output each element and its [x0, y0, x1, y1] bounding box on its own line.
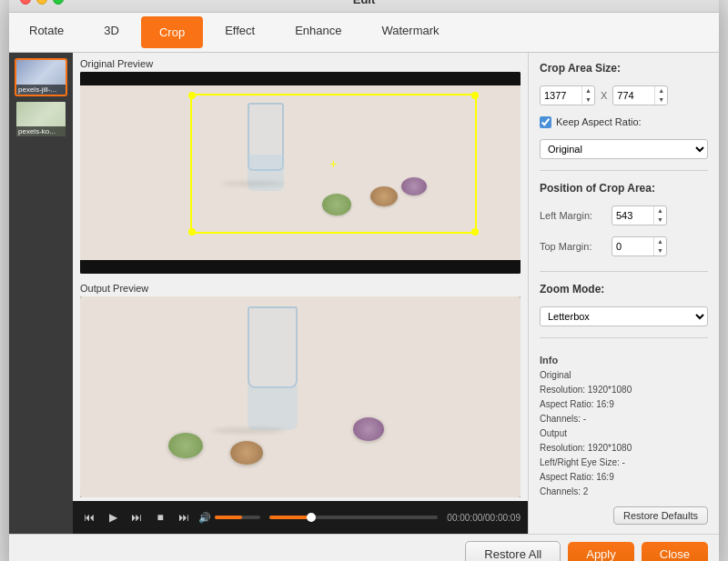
position-title: Position of Crop Area:: [540, 182, 708, 195]
tab-rotate[interactable]: Rotate: [9, 13, 84, 52]
right-panel: Crop Area Size: ▲ ▼ X ▲ ▼: [528, 53, 719, 535]
crop-width-input-group[interactable]: ▲ ▼: [540, 85, 595, 105]
info-original-aspect: Aspect Ratio: 16:9: [540, 397, 708, 412]
maximize-window-button[interactable]: [53, 0, 64, 5]
x-separator: X: [601, 90, 607, 101]
top-margin-up[interactable]: ▲: [654, 237, 666, 246]
output-preview-canvas: [80, 296, 521, 498]
crop-width-down[interactable]: ▼: [582, 95, 594, 105]
content-area: pexels-jill-... pexels-ko... Original Pr…: [9, 53, 719, 535]
sidebar-thumb-label-1: pexels-ko...: [16, 126, 66, 136]
skip-back-button[interactable]: ⏮: [80, 509, 98, 526]
left-margin-down[interactable]: ▼: [654, 215, 666, 225]
play-button[interactable]: ▶: [104, 509, 122, 526]
top-margin-input-group[interactable]: ▲ ▼: [612, 236, 667, 256]
original-preview-label: Original Preview: [80, 58, 521, 69]
progress-fill: [269, 516, 311, 519]
volume-control: 🔊: [198, 512, 260, 524]
restore-defaults-button[interactable]: Restore Defaults: [613, 506, 708, 525]
tab-crop[interactable]: Crop: [141, 16, 203, 48]
original-preview-section: Original Preview: [73, 53, 528, 277]
controls-bar: ⏮ ▶ ⏭ ■ ⏭ 🔊 00:00:00/00:00:09: [73, 501, 528, 534]
close-button[interactable]: Close: [642, 542, 708, 561]
left-margin-label: Left Margin:: [540, 210, 608, 221]
previews: Original Preview: [73, 53, 528, 502]
crop-area-size-title: Crop Area Size:: [540, 62, 708, 75]
left-margin-input[interactable]: [612, 210, 653, 221]
titlebar: Edit: [9, 0, 719, 13]
zoom-mode-title: Zoom Mode:: [540, 283, 708, 296]
info-output-channels: Channels: 2: [540, 485, 708, 499]
crop-height-input[interactable]: [613, 90, 654, 101]
top-margin-row: Top Margin: ▲ ▼: [540, 236, 708, 256]
sidebar-item-0[interactable]: pexels-jill-...: [15, 58, 67, 96]
tab-enhance[interactable]: Enhance: [275, 13, 361, 52]
info-original-title: Original: [540, 368, 708, 383]
crop-width-input[interactable]: [541, 90, 581, 101]
volume-bar[interactable]: [215, 516, 260, 519]
tab-watermark[interactable]: Watermark: [361, 13, 459, 52]
info-output-resolution: Resolution: 1920*1080: [540, 441, 708, 456]
top-margin-label: Top Margin:: [540, 241, 608, 252]
output-preview-label: Output Preview: [80, 283, 521, 294]
minimize-window-button[interactable]: [36, 0, 47, 5]
progress-thumb: [307, 513, 316, 522]
keep-aspect-label: Keep Aspect Ratio:: [556, 116, 642, 127]
skip-end-button[interactable]: ⏭: [175, 509, 193, 526]
file-sidebar: pexels-jill-... pexels-ko...: [9, 53, 73, 535]
bottom-bar: Restore All Apply Close: [9, 534, 719, 561]
progress-bar[interactable]: [269, 516, 438, 519]
crop-height-up[interactable]: ▲: [655, 86, 667, 95]
aspect-ratio-select[interactable]: Original: [540, 139, 708, 159]
restore-all-button[interactable]: Restore All: [465, 541, 561, 561]
keep-aspect-checkbox[interactable]: [540, 116, 551, 128]
info-original-channels: Channels: -: [540, 412, 708, 426]
output-preview-section: Output Preview: [73, 277, 528, 502]
step-forward-button[interactable]: ⏭: [127, 509, 146, 526]
traffic-lights: [20, 0, 64, 5]
crop-size-row: ▲ ▼ X ▲ ▼: [540, 85, 708, 105]
info-section: Info Original Resolution: 1920*1080 Aspe…: [540, 353, 708, 500]
top-margin-down[interactable]: ▼: [654, 246, 666, 255]
sidebar-item-1[interactable]: pexels-ko...: [15, 100, 67, 138]
tab-effect[interactable]: Effect: [205, 13, 275, 52]
left-margin-input-group[interactable]: ▲ ▼: [612, 205, 667, 225]
time-display: 00:00:00/00:00:09: [447, 513, 521, 523]
close-window-button[interactable]: [20, 0, 31, 5]
main-area: Original Preview: [73, 53, 528, 535]
sidebar-thumb-label-0: pexels-jill-...: [16, 85, 66, 95]
crop-width-up[interactable]: ▲: [582, 86, 594, 95]
window-title: Edit: [353, 0, 376, 6]
tab-3d[interactable]: 3D: [84, 13, 139, 52]
volume-fill: [215, 516, 242, 519]
original-preview-canvas: +: [80, 72, 521, 274]
left-margin-row: Left Margin: ▲ ▼: [540, 205, 708, 225]
info-output-title: Output: [540, 426, 708, 441]
aspect-ratio-row: Keep Aspect Ratio:: [540, 116, 708, 128]
main-window: Edit Rotate 3D Crop Effect Enhance Water…: [9, 0, 719, 561]
info-title: Info: [540, 353, 708, 369]
top-margin-input[interactable]: [612, 241, 653, 252]
info-output-aspect: Aspect Ratio: 16:9: [540, 470, 708, 485]
volume-icon: 🔊: [198, 512, 211, 524]
toolbar: Rotate 3D Crop Effect Enhance Watermark: [9, 13, 719, 53]
info-original-resolution: Resolution: 1920*1080: [540, 383, 708, 397]
left-margin-up[interactable]: ▲: [654, 206, 666, 215]
info-output-lr-eye: Left/Right Eye Size: -: [540, 456, 708, 470]
crop-height-down[interactable]: ▼: [655, 95, 667, 105]
crop-height-input-group[interactable]: ▲ ▼: [612, 85, 668, 105]
stop-button[interactable]: ■: [151, 509, 169, 526]
apply-button[interactable]: Apply: [568, 542, 634, 561]
zoom-mode-select[interactable]: Letterbox Pan & Scan Full: [540, 306, 708, 326]
